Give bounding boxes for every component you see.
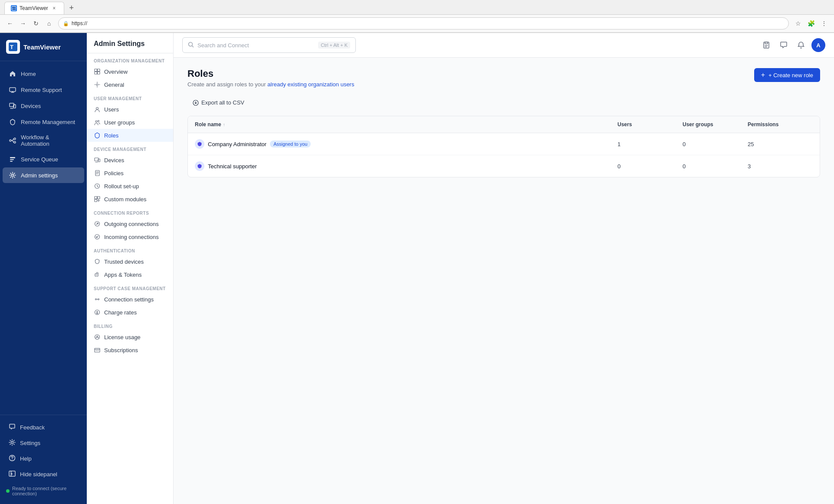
page-title: Roles xyxy=(187,68,354,79)
top-bar: Search and Connect Ctrl + Alt + K A xyxy=(174,33,834,58)
sidebar-item-label: Remote Support xyxy=(21,87,62,93)
sidebar-item-label: Feedback xyxy=(20,424,45,431)
secondary-nav-item-subscriptions[interactable]: Subscriptions xyxy=(87,344,173,357)
new-tab-button[interactable]: + xyxy=(66,3,77,14)
sidebar-item-label: Settings xyxy=(20,440,40,446)
svg-rect-8 xyxy=(13,105,16,108)
home-button[interactable]: ⌂ xyxy=(43,18,55,29)
devices-nav-icon xyxy=(94,157,101,164)
search-placeholder: Search and Connect xyxy=(197,42,249,49)
reload-button[interactable]: ↻ xyxy=(30,18,42,29)
sidebar-item-admin-settings[interactable]: Admin settings xyxy=(3,167,84,183)
main-content-area: Search and Connect Ctrl + Alt + K A xyxy=(174,33,834,504)
svg-rect-12 xyxy=(10,157,15,158)
export-csv-button[interactable]: Export all to CSV xyxy=(187,96,250,109)
secondary-nav-item-policies[interactable]: Policies xyxy=(87,167,173,180)
save-icon-button[interactable] xyxy=(759,38,773,52)
sidebar-item-help[interactable]: Help xyxy=(3,451,84,466)
secondary-nav-label: General xyxy=(104,82,124,88)
sidebar-item-remote-management[interactable]: Remote Management xyxy=(3,114,84,130)
secondary-nav-label: Trusted devices xyxy=(104,259,144,265)
section-title-user-mgmt: USER MANAGEMENT xyxy=(87,91,173,103)
svg-point-10 xyxy=(14,138,16,140)
svg-rect-46 xyxy=(765,42,768,44)
section-title-device-mgmt: DEVICE MANAGEMENT xyxy=(87,142,173,154)
svg-point-42 xyxy=(95,335,100,340)
secondary-nav-item-license-usage[interactable]: License usage xyxy=(87,331,173,344)
browser-tab[interactable]: TeamViewer × xyxy=(4,2,64,14)
secondary-nav-label: Charge rates xyxy=(104,309,137,316)
sidebar-item-label: Home xyxy=(21,71,36,77)
sidebar-item-remote-support[interactable]: Remote Support xyxy=(3,82,84,98)
back-button[interactable]: ← xyxy=(4,18,16,29)
sidebar-item-feedback[interactable]: Feedback xyxy=(3,420,84,435)
sidebar-item-home[interactable]: Home xyxy=(3,66,84,82)
secondary-nav-item-devices[interactable]: Devices xyxy=(87,154,173,167)
user-groups-count: 0 xyxy=(683,141,748,147)
extensions-button[interactable]: 🧩 xyxy=(805,18,817,29)
overview-icon xyxy=(94,68,101,75)
secondary-nav-item-custom-modules[interactable]: Custom modules xyxy=(87,193,173,206)
secondary-nav-item-incoming-connections[interactable]: Incoming connections xyxy=(87,230,173,243)
secondary-nav-item-trusted-devices[interactable]: Trusted devices xyxy=(87,255,173,268)
secondary-nav-item-user-groups[interactable]: User groups xyxy=(87,116,173,129)
chat-icon-button[interactable] xyxy=(777,38,791,52)
svg-rect-1 xyxy=(12,7,14,8)
secondary-nav-item-rollout[interactable]: Rollout set-up xyxy=(87,180,173,193)
secondary-nav-item-outgoing-connections[interactable]: Outgoing connections xyxy=(87,217,173,230)
secondary-nav-item-general[interactable]: General xyxy=(87,78,173,91)
address-bar[interactable]: 🔒 https:// xyxy=(58,17,789,29)
sidebar-item-label: Service Queue xyxy=(21,156,58,163)
secondary-nav-label: Overview xyxy=(104,69,128,75)
more-button[interactable]: ⋮ xyxy=(818,18,830,29)
role-name: Company Administrator xyxy=(208,141,266,147)
svg-point-38 xyxy=(96,275,97,275)
create-new-role-button[interactable]: + + Create new role xyxy=(754,68,820,82)
tab-label: TeamViewer xyxy=(20,5,48,11)
browser-toolbar: ← → ↻ ⌂ 🔒 https:// ☆ 🧩 ⋮ xyxy=(0,15,834,33)
bookmark-star-button[interactable]: ☆ xyxy=(792,18,804,29)
sidebar-item-hide-sidepanel[interactable]: Hide sidepanel xyxy=(3,467,84,482)
workflow-icon xyxy=(9,137,16,144)
secondary-nav-label: Policies xyxy=(104,170,124,177)
secondary-nav-item-roles[interactable]: Roles xyxy=(87,129,173,142)
secondary-nav-label: Incoming connections xyxy=(104,234,159,240)
tab-close-button[interactable]: × xyxy=(51,5,58,12)
app-container: T TeamViewer Home Remote Support xyxy=(0,33,834,504)
sidebar-item-settings[interactable]: Settings xyxy=(3,435,84,451)
sidebar-item-workflow[interactable]: Workflow & Automation xyxy=(3,130,84,151)
sort-icon: ↑ xyxy=(223,122,225,127)
secondary-nav-label: Devices xyxy=(104,157,124,164)
sidebar-item-service-queue[interactable]: Service Queue xyxy=(3,151,84,167)
svg-rect-3 xyxy=(12,9,16,10)
user-avatar[interactable]: A xyxy=(811,38,825,52)
svg-rect-34 xyxy=(95,200,97,202)
secondary-nav-item-users[interactable]: Users xyxy=(87,103,173,116)
tab-bar: TeamViewer × + xyxy=(0,0,834,15)
user-groups-icon xyxy=(94,119,101,126)
role-icon xyxy=(195,161,204,171)
page-subtitle-link[interactable]: already existing organization users xyxy=(267,81,354,88)
secondary-nav-item-charge-rates[interactable]: Charge rates xyxy=(87,306,173,319)
status-indicator-dot xyxy=(6,489,10,493)
create-icon: + xyxy=(761,72,765,79)
column-label: User groups xyxy=(683,121,713,128)
role-name: Technical supporter xyxy=(208,163,257,170)
browser-action-buttons: ☆ 🧩 ⋮ xyxy=(792,18,830,29)
column-header-role-name[interactable]: Role name ↑ xyxy=(195,121,617,128)
svg-text:T: T xyxy=(10,44,13,50)
svg-point-24 xyxy=(96,84,98,85)
table-row[interactable]: Company Administrator Assigned to you 1 … xyxy=(188,133,820,155)
secondary-nav-item-apps-tokens[interactable]: Apps & Tokens xyxy=(87,268,173,281)
feedback-icon xyxy=(9,423,16,432)
secondary-nav-item-connection-settings[interactable]: Connection settings xyxy=(87,293,173,306)
table-header: Role name ↑ Users User groups Permission… xyxy=(188,116,820,133)
search-bar[interactable]: Search and Connect Ctrl + Alt + K xyxy=(182,37,356,53)
secondary-nav-item-overview[interactable]: Overview xyxy=(87,65,173,78)
svg-rect-22 xyxy=(95,72,97,75)
notification-icon-button[interactable] xyxy=(794,38,808,52)
forward-button[interactable]: → xyxy=(17,18,29,29)
table-row[interactable]: Technical supporter 0 0 3 xyxy=(188,155,820,177)
sidebar-item-devices[interactable]: Devices xyxy=(3,98,84,114)
role-name-cell: Company Administrator Assigned to you xyxy=(195,139,617,149)
